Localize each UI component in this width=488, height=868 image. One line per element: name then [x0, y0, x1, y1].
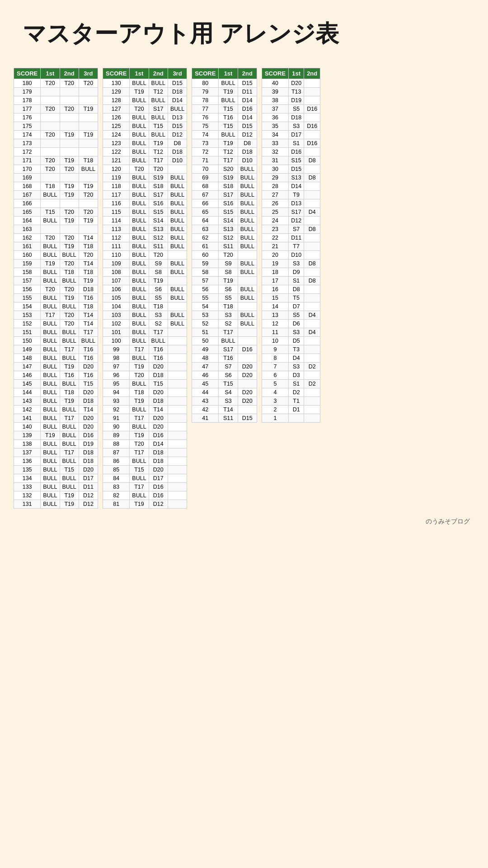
table-cell: BULL	[41, 345, 60, 354]
table-cell: 176	[14, 113, 41, 122]
table-cell: BULL	[130, 474, 149, 483]
table-cell: D20	[79, 414, 98, 423]
table-row: 108BULLS8BULL	[103, 268, 187, 277]
table-cell: T16	[79, 371, 98, 380]
table-cell: S3	[289, 328, 304, 337]
column-header: 2nd	[60, 68, 79, 79]
table-cell	[304, 88, 320, 96]
table-row: 4D2	[262, 388, 320, 397]
table-cell: 111	[103, 242, 130, 251]
table-row: 133BULLBULLD11	[14, 483, 98, 491]
table-cell	[168, 165, 187, 174]
table-cell: 41	[192, 414, 219, 423]
table-cell: BULL	[41, 414, 60, 423]
tables-container: SCORE1st2nd3rd180T20T20T20179178177T20T2…	[14, 68, 474, 509]
table-cell: 177	[14, 105, 41, 113]
table-cell: 140	[14, 423, 41, 431]
table-cell	[304, 397, 320, 406]
table-cell: 74	[192, 131, 219, 139]
table-row: 134BULLBULLD17	[14, 474, 98, 483]
table-cell: T16	[79, 345, 98, 354]
table-cell: 15	[262, 294, 288, 302]
table-cell: T20	[219, 251, 238, 259]
table-cell: D10	[238, 156, 257, 165]
table-cell: D4	[304, 328, 320, 337]
table-cell: 164	[14, 217, 41, 225]
table-row: 102BULLS2BULL	[103, 320, 187, 328]
table-row: 112BULLS12BULL	[103, 234, 187, 242]
table-cell: S6	[149, 285, 168, 294]
table-row: 163	[14, 225, 98, 234]
table-cell: 10	[262, 337, 288, 345]
table-cell: T18	[79, 242, 98, 251]
table-cell: 136	[14, 457, 41, 466]
table-cell: BULL	[130, 139, 149, 148]
table-row: 59S9BULL	[192, 259, 257, 268]
table-row: 86BULLD18	[103, 457, 187, 466]
table-cell: 178	[14, 96, 41, 105]
table-cell: 8	[262, 354, 288, 363]
table-row: 165T15T20T20	[14, 208, 98, 217]
table-cell: T14	[219, 406, 238, 414]
table-cell: 127	[103, 105, 130, 113]
table-cell: D11	[289, 234, 304, 242]
column-header: 2nd	[304, 68, 320, 79]
table-cell	[238, 251, 257, 259]
table-cell: T14	[79, 406, 98, 414]
table-cell: 151	[14, 328, 41, 337]
table-cell: D16	[79, 431, 98, 440]
table-cell	[41, 139, 60, 148]
table-cell: D20	[238, 371, 257, 380]
table-cell: T14	[79, 259, 98, 268]
table-cell: 94	[103, 388, 130, 397]
table-row: 36D18	[262, 113, 320, 122]
table-cell: BULL	[130, 234, 149, 242]
table-row: 47S7D20	[192, 363, 257, 371]
table-cell: D13	[289, 199, 304, 208]
table-cell: T20	[41, 156, 60, 165]
table-cell: T12	[219, 148, 238, 156]
table-cell: BULL	[130, 225, 149, 234]
table-cell: 116	[103, 199, 130, 208]
table-cell: D17	[79, 474, 98, 483]
table-row: 8D4	[262, 354, 320, 363]
table-cell: T20	[60, 165, 79, 174]
column-header: 3rd	[168, 68, 187, 79]
table-cell	[60, 122, 79, 131]
table-cell: BULL	[41, 302, 60, 311]
table-cell: D2	[304, 363, 320, 371]
table-cell: D8	[238, 139, 257, 148]
table-cell: D15	[168, 122, 187, 131]
table-cell: 26	[262, 199, 288, 208]
table-row: 153T17T20T14	[14, 311, 98, 320]
table-cell: 179	[14, 88, 41, 96]
table-cell: 152	[14, 320, 41, 328]
table-cell	[168, 354, 187, 363]
table-cell: BULL	[41, 337, 60, 345]
table-cell	[41, 174, 60, 182]
table-cell: T20	[41, 234, 60, 242]
table-cell: S17	[149, 105, 168, 113]
table-cell: 174	[14, 131, 41, 139]
table-cell: T19	[130, 500, 149, 509]
table-cell: D14	[238, 113, 257, 122]
table-cell: 45	[192, 380, 219, 388]
table-row: 118BULLS18BULL	[103, 182, 187, 191]
table-cell: T14	[149, 406, 168, 414]
table-cell: T15	[130, 466, 149, 474]
table-cell: BULL	[238, 268, 257, 277]
table-cell: D18	[149, 457, 168, 466]
table-row: 52S2BULL	[192, 320, 257, 328]
table-cell: BULL	[130, 199, 149, 208]
table-cell	[168, 474, 187, 483]
table-cell: S13	[289, 174, 304, 182]
table-cell: D18	[79, 448, 98, 457]
table-cell: 87	[103, 448, 130, 457]
table-row: 91T17D20	[103, 414, 187, 423]
table-cell: D7	[289, 302, 304, 311]
table-cell: D12	[79, 491, 98, 500]
table-row: 166	[14, 199, 98, 208]
table-cell: BULL	[41, 457, 60, 466]
table-cell: 103	[103, 311, 130, 320]
table-cell: BULL	[130, 423, 149, 431]
